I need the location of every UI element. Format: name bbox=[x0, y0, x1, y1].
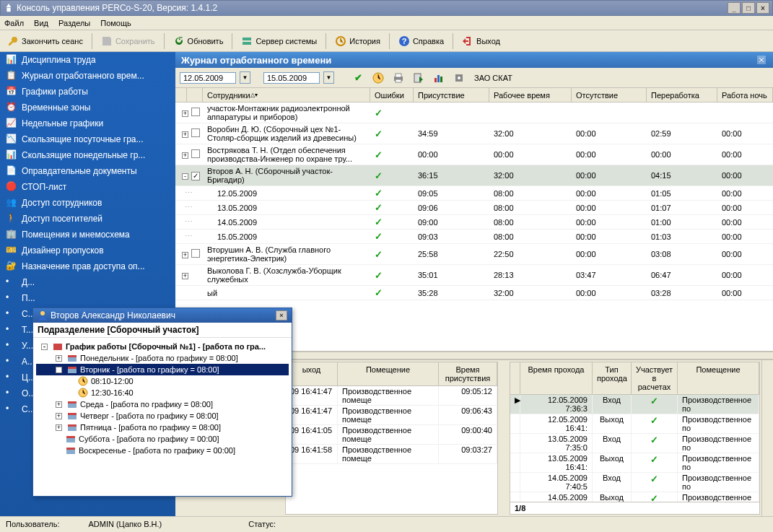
table-row[interactable]: 13.05.2009 16:41:Выход✓Производственное … bbox=[510, 453, 759, 473]
table-row[interactable]: 09 16:41:47Производственное помеще09:06:… bbox=[286, 406, 497, 425]
server-button[interactable]: Сервер системы bbox=[238, 34, 320, 48]
help-button[interactable]: ? Справка bbox=[396, 34, 447, 48]
refresh-icon bbox=[173, 35, 185, 47]
sidebar-item-15[interactable]: •П... bbox=[0, 290, 175, 306]
history-button[interactable]: История bbox=[332, 34, 383, 48]
col-employees[interactable]: Сотрудники △▾ bbox=[203, 88, 370, 102]
popup-titlebar[interactable]: Второв Александр Николаевич × bbox=[33, 308, 292, 323]
table-row[interactable]: 14.05.2009 7:40:5Вход✓Производственное п… bbox=[510, 473, 759, 492]
col-in-calc[interactable]: Участвует в расчетах bbox=[632, 362, 678, 394]
table-row[interactable]: ⋯13.05.2009✓09:0608:0000:0001:0700:00 bbox=[175, 201, 773, 215]
col-pass-type[interactable]: Тип прохода bbox=[593, 362, 632, 394]
popup-tree[interactable]: -График работы [Сборочный №1] - [работа … bbox=[33, 338, 292, 496]
tree-root[interactable]: -График работы [Сборочный №1] - [работа … bbox=[36, 341, 289, 352]
popup-close-button[interactable]: × bbox=[276, 310, 287, 320]
table-row[interactable]: ⋯15.05.2009✓09:0308:0000:0001:0300:00 bbox=[175, 230, 773, 244]
menu-help[interactable]: Помощь bbox=[100, 19, 131, 27]
table-row[interactable]: +Выколова Г. В. (Хозслужба-Уборщик служе… bbox=[175, 265, 773, 286]
menu-sections[interactable]: Разделы bbox=[58, 19, 90, 27]
minimize-button[interactable]: _ bbox=[728, 2, 741, 14]
row-checkbox[interactable] bbox=[191, 128, 200, 137]
table-row[interactable]: 14.05.2009 16:41:Выход✓Производственное … bbox=[510, 492, 759, 502]
chart-icon[interactable] bbox=[431, 70, 447, 86]
col-exit[interactable]: ыход bbox=[286, 362, 338, 385]
table-row[interactable]: 13.05.2009 7:35:0Вход✓Производственное п… bbox=[510, 434, 759, 453]
col-night[interactable]: Работа ночь bbox=[717, 88, 773, 102]
sidebar-item-10[interactable]: 🚶Доступ посетителей bbox=[0, 211, 175, 227]
date-from-input[interactable] bbox=[180, 72, 236, 84]
table-row[interactable]: +Вторушин А. В. (Служба главного энергет… bbox=[175, 244, 773, 265]
exit-button[interactable]: Выход bbox=[459, 34, 503, 48]
table-row[interactable]: ⋯14.05.2009✓09:0008:0000:0001:0000:00 bbox=[175, 215, 773, 230]
row-checkbox[interactable] bbox=[191, 172, 200, 180]
sidebar-icon: 🔐 bbox=[6, 261, 17, 272]
table-row[interactable]: +Вострякова Т. Н. (Отдел обеспечения про… bbox=[175, 144, 773, 165]
col-presence[interactable]: Присутствие bbox=[414, 88, 489, 102]
tree-day[interactable]: +Понедельник - [работа по графику = 08:0… bbox=[36, 352, 289, 364]
save-button[interactable]: Сохранить bbox=[98, 34, 158, 48]
settings-icon[interactable] bbox=[451, 70, 467, 86]
menu-view[interactable]: Вид bbox=[34, 19, 48, 27]
sidebar-item-13[interactable]: 🔐Назначение прав доступа оп... bbox=[0, 258, 175, 274]
table-row[interactable]: ▶12.05.2009 7:36:3Вход✓Производственное … bbox=[510, 395, 759, 414]
sidebar-icon: • bbox=[6, 292, 17, 304]
table-row[interactable]: -Второв А. Н. (Сборочный участок-Бригади… bbox=[175, 165, 773, 186]
col-absence[interactable]: Отсутствие bbox=[572, 88, 647, 102]
refresh-button[interactable]: Обновить bbox=[170, 34, 227, 48]
sidebar-item-3[interactable]: ⏰Временные зоны bbox=[0, 100, 175, 115]
sidebar-item-9[interactable]: 👥Доступ сотрудников bbox=[0, 195, 175, 211]
col-room2[interactable]: Помещение bbox=[678, 362, 759, 394]
sidebar-item-11[interactable]: 🏢Помещения и мнемосхема bbox=[0, 227, 175, 243]
apply-icon[interactable]: ✔ bbox=[350, 70, 366, 86]
tree-day[interactable]: Воскресенье - [работа по графику = 00:00… bbox=[36, 445, 289, 456]
maximize-button[interactable]: □ bbox=[742, 2, 755, 14]
history-icon bbox=[335, 35, 346, 47]
export-icon[interactable] bbox=[411, 70, 427, 86]
sidebar-item-7[interactable]: 📄Оправдательные документы bbox=[0, 163, 175, 179]
table-row[interactable]: 12.05.2009 16:41:Выход✓Производственное … bbox=[510, 414, 759, 434]
tree-day[interactable]: +Пятница - [работа по графику = 08:00] bbox=[36, 422, 289, 433]
table-row[interactable]: +участок-Монтажник радиоэлектронной аппа… bbox=[175, 103, 773, 123]
menu-file[interactable]: Файл bbox=[4, 19, 24, 27]
sidebar-item-4[interactable]: 📈Недельные графики bbox=[0, 115, 175, 131]
tree-time[interactable]: 08:10-12:00 bbox=[36, 375, 289, 387]
table-row[interactable]: 09 16:41:05Производственное помеще09:00:… bbox=[286, 425, 497, 445]
scrollbar[interactable] bbox=[761, 360, 773, 516]
sidebar-item-2[interactable]: 📅Графики работы bbox=[0, 84, 175, 100]
col-pass-time[interactable]: Время прохода bbox=[520, 362, 593, 394]
sidebar-item-14[interactable]: •Д... bbox=[0, 274, 175, 290]
col-overtime[interactable]: Переработка bbox=[647, 88, 717, 102]
tree-day[interactable]: Суббота - [работа по графику = 00:00] bbox=[36, 433, 289, 445]
date-to-dropdown[interactable]: ▼ bbox=[323, 71, 334, 84]
print-icon[interactable] bbox=[390, 70, 406, 86]
sidebar-item-8[interactable]: 🛑СТОП-лист bbox=[0, 179, 175, 195]
sidebar-item-6[interactable]: 📊Скользящие понедельные гр... bbox=[0, 147, 175, 163]
col-room[interactable]: Помещение bbox=[338, 362, 439, 385]
sidebar-item-0[interactable]: 📊Дисциплина труда bbox=[0, 52, 175, 68]
row-checkbox[interactable] bbox=[191, 149, 200, 158]
tree-day[interactable]: +Среда - [работа по графику = 08:00] bbox=[36, 398, 289, 410]
tree-day[interactable]: -Вторник - [работа по графику = 08:00] bbox=[36, 364, 289, 375]
close-button[interactable]: × bbox=[756, 2, 769, 14]
row-checkbox[interactable] bbox=[191, 108, 200, 116]
clock-icon[interactable] bbox=[370, 70, 386, 86]
date-from-dropdown[interactable]: ▼ bbox=[240, 71, 250, 84]
date-to-input[interactable] bbox=[263, 72, 320, 84]
col-errors[interactable]: Ошибки bbox=[370, 88, 414, 102]
end-session-button[interactable]: Закончить сеанс bbox=[4, 34, 86, 48]
tree-time[interactable]: 12:30-16:40 bbox=[36, 387, 289, 398]
sidebar-item-5[interactable]: 📉Скользящие посуточные гра... bbox=[0, 131, 175, 147]
sidebar-item-1[interactable]: 📋Журнал отработанного врем... bbox=[0, 68, 175, 84]
col-worktime[interactable]: Рабочее время bbox=[489, 88, 572, 102]
col-pres-time[interactable]: Время присутствия bbox=[439, 362, 497, 385]
svg-rect-12 bbox=[440, 77, 442, 82]
sidebar-item-12[interactable]: 🎫Дизайнер пропусков bbox=[0, 243, 175, 258]
table-row[interactable]: ⋯12.05.2009✓09:0508:0000:0001:0500:00 bbox=[175, 186, 773, 201]
tree-day[interactable]: +Четверг - [работа по графику = 08:00] bbox=[36, 410, 289, 422]
table-row[interactable]: 09 16:41:47Производственное помеще09:05:… bbox=[286, 386, 497, 406]
row-checkbox[interactable] bbox=[191, 249, 200, 258]
sidebar-icon: • bbox=[6, 404, 17, 415]
table-row[interactable]: +Воробин Д. Ю. (Сборочный цех №1-Столяр-… bbox=[175, 123, 773, 144]
table-row[interactable]: 09 16:41:58Производственное помеще09:03:… bbox=[286, 445, 497, 464]
table-row[interactable]: ый✓35:2832:0000:0003:2800:00 bbox=[175, 286, 773, 300]
